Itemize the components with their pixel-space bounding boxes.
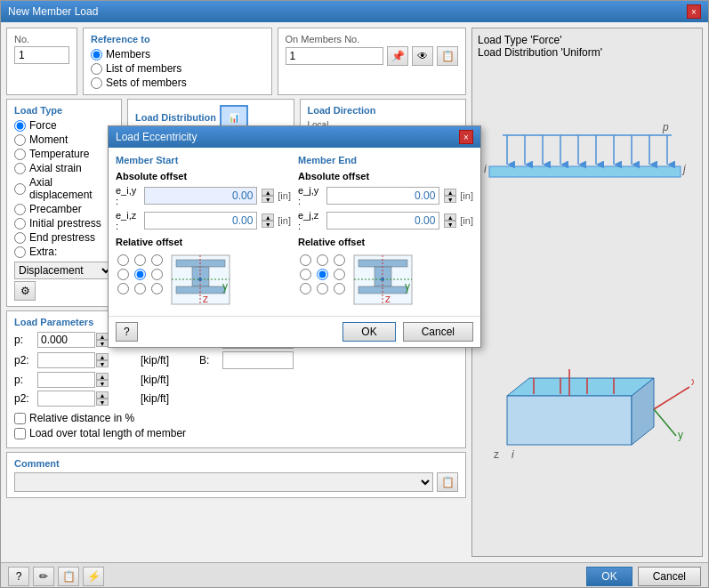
eiy-spin-down[interactable]: ▼	[262, 196, 274, 203]
load-type-axial-strain[interactable]: Axial strain	[14, 162, 114, 174]
comment-select[interactable]	[14, 472, 433, 492]
ejz-spin-down[interactable]: ▼	[444, 221, 456, 228]
svg-text:i: i	[512, 448, 514, 461]
load-type-initial-prestress[interactable]: Initial prestress	[14, 217, 114, 230]
dialog-cancel-btn[interactable]: Cancel	[403, 322, 473, 342]
dialog-title-text: Load Eccentricity	[116, 131, 197, 143]
p2-spin-up[interactable]: ▲	[96, 353, 109, 360]
reference-members-option[interactable]: Members	[91, 48, 264, 60]
lightning-btn[interactable]: ⚡	[83, 567, 104, 586]
relative-distance-checkbox[interactable]	[14, 413, 26, 424]
svg-point-35	[198, 278, 202, 281]
svg-text:y: y	[222, 280, 228, 293]
ok-button[interactable]: OK	[586, 567, 632, 586]
load-type-settings-btn[interactable]: ⚙	[14, 281, 36, 301]
member-end-col: Member End Absolute offset e_j,y : ▲ ▼ […	[298, 155, 473, 309]
main-window: New Member Load × No. Reference to Membe…	[0, 0, 709, 588]
help-btn[interactable]: ?	[8, 567, 29, 586]
eiz-unit: [in]	[278, 215, 291, 226]
relative-distance-checkbox-row[interactable]: Relative distance in %	[14, 412, 458, 424]
ejz-row: e_j,z : ▲ ▼ [in]	[298, 210, 473, 231]
members-info-btn[interactable]: 📋	[437, 46, 458, 66]
p2-b-value-input[interactable]	[37, 391, 95, 407]
cancel-button[interactable]: Cancel	[638, 567, 701, 586]
initial-prestress-label: Initial prestress	[29, 217, 101, 230]
svg-text:y: y	[678, 429, 683, 441]
eiz-spin-up[interactable]: ▲	[262, 213, 274, 221]
ejy-input[interactable]	[326, 187, 439, 205]
bottom-3d-diagram: x y z i	[480, 360, 694, 476]
p-spin-down[interactable]: ▼	[96, 340, 109, 347]
eiz-spin-down[interactable]: ▼	[262, 221, 274, 228]
p-b-spin-down[interactable]: ▼	[96, 380, 109, 387]
close-button[interactable]: ×	[687, 4, 701, 19]
p-b-unit: [kip/ft]	[141, 374, 194, 386]
members-pick-btn[interactable]: 📌	[387, 46, 408, 66]
reference-radio-group: Members List of members Sets of members	[91, 48, 264, 89]
bottom-right-buttons: OK Cancel	[586, 567, 701, 586]
ejy-unit: [in]	[460, 190, 473, 201]
force-label: Force	[29, 119, 57, 132]
p2-b-spin-down[interactable]: ▼	[96, 399, 109, 406]
reference-list-option[interactable]: List of members	[91, 62, 264, 75]
members-view-btn[interactable]: 👁	[412, 46, 433, 66]
on-members-section: On Members No. 📌 👁 📋	[278, 28, 467, 95]
diagram-line1: Load Type 'Force'	[478, 34, 602, 46]
reference-members-label: Members	[106, 48, 150, 60]
p2-b-unit: [kip/ft]	[141, 392, 194, 405]
on-members-input[interactable]	[286, 47, 384, 65]
ejy-spin-down[interactable]: ▼	[444, 196, 456, 203]
p2-b-spin-input: ▲ ▼	[37, 391, 135, 407]
load-distribution-label: Load Distribution	[135, 112, 216, 123]
table-btn[interactable]: 📋	[58, 567, 79, 586]
member-start-label: Member Start	[116, 155, 291, 165]
eiy-spin-up[interactable]: ▲	[262, 189, 274, 196]
load-type-section: Load Type Force Moment Temperature	[6, 99, 122, 307]
p2-value-input[interactable]	[37, 352, 95, 368]
load-over-length-checkbox[interactable]	[14, 428, 26, 439]
p2-label: p2:	[14, 354, 32, 366]
comment-section: Comment 📋	[6, 452, 466, 498]
p-label: p:	[14, 334, 32, 346]
eiy-row: e_i,y : ▲ ▼ [in]	[116, 185, 291, 206]
no-input[interactable]	[14, 46, 69, 64]
eiy-label: e_i,y :	[116, 185, 141, 206]
reference-sets-option[interactable]: Sets of members	[91, 77, 264, 89]
comment-icon-btn[interactable]: 📋	[437, 472, 458, 492]
load-type-force[interactable]: Force	[14, 119, 114, 132]
top-beam-diagram: p i j	[480, 109, 694, 215]
p-b-value-input[interactable]	[37, 372, 95, 388]
extra-label: Extra:	[29, 246, 57, 258]
svg-text:y: y	[405, 280, 410, 293]
dialog-ok-btn[interactable]: OK	[342, 322, 395, 342]
p-value-input[interactable]	[37, 332, 95, 348]
rel-offset-start-label: Relative offset	[116, 237, 291, 247]
ejy-spin-up[interactable]: ▲	[444, 189, 456, 196]
extra-dropdown[interactable]: Displacement	[14, 262, 114, 279]
p2-b-spin-up[interactable]: ▲	[96, 391, 109, 399]
p-spin-up[interactable]: ▲	[96, 333, 109, 340]
load-type-precamber[interactable]: Precamber	[14, 203, 114, 215]
p2-spin-down[interactable]: ▼	[96, 360, 109, 367]
svg-rect-0	[489, 166, 681, 177]
load-type-moment[interactable]: Moment	[14, 133, 114, 146]
dialog-help-btn[interactable]: ?	[116, 322, 138, 342]
ejz-input[interactable]	[326, 212, 439, 230]
load-type-extra[interactable]: Extra:	[14, 246, 114, 258]
load-type-end-prestress[interactable]: End prestress	[14, 231, 114, 244]
load-type-axial-disp[interactable]: Axial displacement	[14, 176, 114, 201]
dialog-close-btn[interactable]: ×	[459, 130, 473, 144]
temperature-label: Temperature	[29, 148, 89, 160]
load-over-length-checkbox-row[interactable]: Load over total length of member	[14, 427, 458, 439]
end-prestress-label: End prestress	[29, 231, 95, 244]
eiz-input[interactable]	[144, 212, 257, 230]
b-label: B:	[199, 354, 217, 366]
eiy-input[interactable]	[144, 187, 257, 205]
bottom-left-buttons: ? ✏ 📋 ⚡	[8, 567, 104, 586]
svg-line-18	[654, 387, 689, 409]
load-type-temperature[interactable]: Temperature	[14, 148, 114, 160]
ejz-spin-up[interactable]: ▲	[444, 213, 456, 221]
edit-btn[interactable]: ✏	[33, 567, 54, 586]
p-b-spin-up[interactable]: ▲	[96, 373, 109, 380]
b-input[interactable]	[222, 351, 294, 369]
